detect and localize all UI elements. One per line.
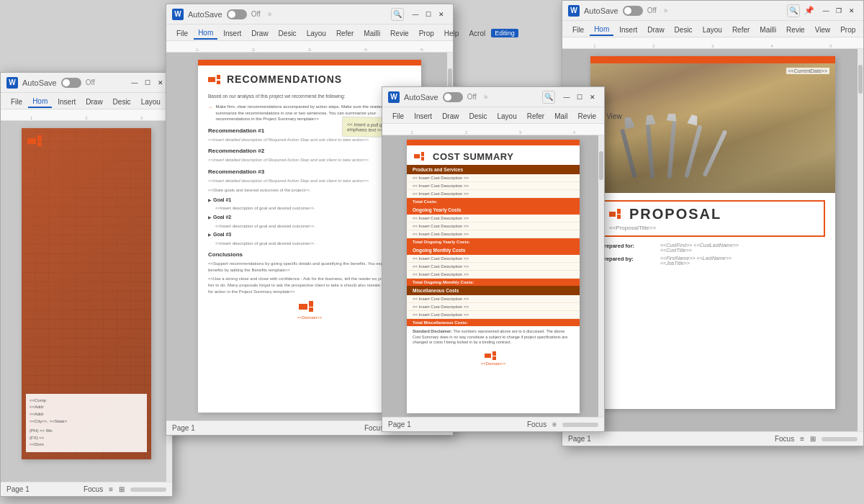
tab-layout-w3[interactable]: Layou [493, 111, 521, 122]
tab-prop-w2[interactable]: Prop [415, 28, 438, 39]
minimize-btn-w1[interactable]: — [129, 77, 140, 89]
svg-rect-7 [309, 301, 313, 307]
search-btn-w4[interactable]: 🔍 [787, 4, 800, 17]
cost-section-monthly: Ongoing Monthly Costs [407, 246, 580, 255]
svg-rect-1 [37, 135, 42, 141]
tab-design-w3[interactable]: Desic [464, 111, 491, 122]
search-btn-w2[interactable]: 🔍 [391, 8, 404, 21]
rec-section-2-title: Recommendation #2 [208, 147, 411, 155]
minimize-btn-w4[interactable]: — [820, 5, 832, 17]
tab-view-w3[interactable]: View [602, 111, 626, 122]
tab-insert-w2[interactable]: Insert [219, 28, 246, 39]
close-btn-w2[interactable]: ✕ [436, 9, 447, 20]
tab-insert-w3[interactable]: Insert [410, 111, 436, 122]
close-btn-w1[interactable]: ✕ [155, 77, 166, 89]
close-btn-w4[interactable]: ✕ [846, 5, 858, 17]
svg-rect-2 [37, 142, 42, 146]
address-block-w1: <<Comp <<Addr <<Addr <<City>>, <<State> [30, 397, 143, 425]
tab-mail-w2[interactable]: Mailli [359, 28, 384, 39]
tab-file-w2[interactable]: File [172, 28, 192, 39]
tab-layout-w1[interactable]: Layou [137, 96, 165, 107]
svg-rect-10 [421, 152, 424, 156]
tab-draw-w1[interactable]: Draw [81, 96, 107, 107]
tab-review-w3[interactable]: Revie [574, 111, 601, 122]
view-btn-w3[interactable]: ≡ [552, 420, 557, 428]
autosave-label-w3: AutoSave [404, 93, 438, 102]
scrollbar-w4[interactable] [858, 49, 863, 431]
tab-layout-w2[interactable]: Layou [302, 28, 330, 39]
tab-mail-w4[interactable]: Mailli [755, 24, 780, 35]
zoom-slider-w1[interactable] [130, 487, 166, 492]
minimize-btn-w3[interactable]: — [561, 91, 572, 103]
scrollbar-w3[interactable] [598, 135, 604, 417]
conclusions-title: Conclusions [208, 251, 411, 258]
tab-draw-w3[interactable]: Draw [438, 111, 463, 122]
tab-prop-w4[interactable]: Prop [836, 24, 860, 35]
tab-help-w2[interactable]: Help [440, 28, 464, 39]
close-btn-w3[interactable]: ✕ [587, 91, 598, 103]
cost-total-3: Total Ongoing Monthly Costs: [407, 279, 580, 286]
tab-draw-w2[interactable]: Draw [247, 28, 272, 39]
view-btn2-w4[interactable]: ⊞ [810, 435, 816, 443]
cost-row-10: << Insert Cost Description >> [407, 295, 580, 303]
restore-btn-w4[interactable]: ❐ [833, 5, 845, 17]
autosave-toggle-w3[interactable] [443, 92, 463, 102]
maximize-btn-w2[interactable]: ☐ [423, 9, 434, 20]
tab-layout-w4[interactable]: Layou [698, 24, 726, 35]
conclusion-2: <<Use a strong close and close with conf… [208, 276, 411, 295]
cost-row-5: << Insert Cost Description >> [407, 222, 580, 230]
svg-rect-24 [609, 212, 616, 217]
proposal-title-placeholder: <<ProposalTitle>> [609, 225, 816, 231]
autosave-toggle-w1[interactable] [61, 78, 81, 88]
tab-home-w1[interactable]: Hom [28, 96, 52, 108]
view-btn2-w1[interactable]: ⊞ [119, 485, 125, 493]
autosave-toggle-w4[interactable] [623, 6, 643, 16]
zoom-slider-w3[interactable] [562, 423, 598, 427]
autosave-toggle-w2[interactable] [227, 9, 247, 19]
tab-file-w3[interactable]: File [388, 111, 408, 122]
proposal-photo: <<CurrentDate>> [590, 63, 835, 193]
word-window-cost-summary[interactable]: W AutoSave Off » 🔍 — ☐ ✕ File Insert Dra… [382, 86, 605, 432]
svg-rect-8 [309, 307, 313, 312]
search-btn-w3[interactable]: 🔍 [542, 91, 555, 104]
tab-ref-w4[interactable]: Refer [728, 24, 754, 35]
cost-header: COST SUMMARY [407, 145, 580, 165]
word-window-proposal[interactable]: W AutoSave Off » 🔍 📌 — ❐ ✕ File Hom Inse… [562, 0, 864, 446]
autosave-state-w3: Off [467, 93, 477, 101]
tab-ref-w2[interactable]: Refer [332, 28, 358, 39]
tab-view-w4[interactable]: View [811, 24, 835, 35]
view-btn-w4[interactable]: ≡ [800, 435, 804, 443]
tab-ref-w3[interactable]: Refer [523, 111, 549, 122]
domain-w2: <<Domain>> [208, 301, 411, 320]
tab-home-w4[interactable]: Hom [590, 24, 613, 36]
tab-draw-w4[interactable]: Draw [643, 24, 668, 35]
maximize-btn-w1[interactable]: ☐ [142, 77, 153, 89]
expand-arrow-w3[interactable]: » [484, 93, 488, 101]
tab-design-w2[interactable]: Desic [274, 28, 301, 39]
page-num-w1: Page 1 [6, 485, 30, 493]
cost-row-2: << Insert Cost Description >> [407, 182, 580, 190]
maximize-btn-w3[interactable]: ☐ [574, 91, 585, 103]
tab-review-w4[interactable]: Revie [782, 24, 809, 35]
tab-help-w4[interactable]: Help [861, 24, 864, 35]
expand-arrow-w4[interactable]: » [664, 6, 668, 14]
view-btn-w1[interactable]: ≡ [109, 485, 113, 493]
tab-insert-w4[interactable]: Insert [615, 24, 642, 35]
tab-mail-w3[interactable]: Mail [550, 111, 572, 122]
minimize-btn-w2[interactable]: — [410, 9, 421, 20]
tab-review-w2[interactable]: Revie [386, 28, 413, 39]
tab-file-w1[interactable]: File [6, 96, 27, 107]
ribbon-w3: File Insert Draw Desic Layou Refer Mail … [382, 107, 604, 124]
tab-design-w4[interactable]: Desic [670, 24, 697, 35]
word-window-background[interactable]: W AutoSave Off — ☐ ✕ File Hom Insert Dra… [0, 72, 173, 497]
tab-insert-w1[interactable]: Insert [53, 96, 80, 107]
tab-acro-w2[interactable]: Acrol [464, 28, 490, 39]
expand-arrow-w2[interactable]: » [268, 10, 272, 18]
goal-1-title: Goal #1 [213, 197, 231, 202]
tab-home-w2[interactable]: Hom [194, 27, 217, 40]
tab-design-w1[interactable]: Desic [109, 96, 135, 107]
tab-file-w4[interactable]: File [568, 24, 588, 35]
zoom-slider-w4[interactable] [822, 437, 858, 441]
cost-row-6: << Insert Cost Description >> [407, 230, 580, 238]
doc-area-w4: <<CurrentDate>> PROPOSAL [562, 49, 863, 431]
